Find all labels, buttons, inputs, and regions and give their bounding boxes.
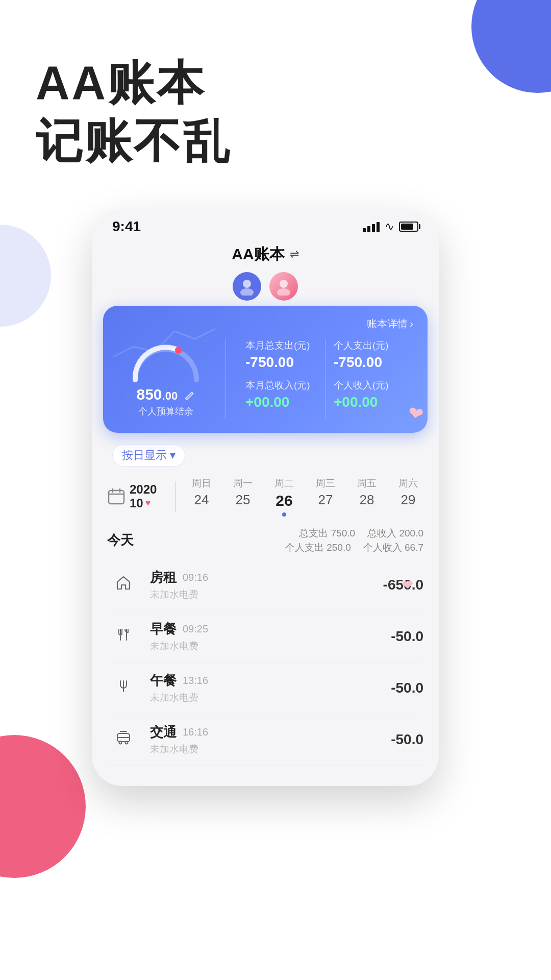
edit-icon[interactable] — [184, 390, 195, 401]
total-income-value: +00.00 — [245, 394, 317, 410]
svg-rect-5 — [109, 491, 124, 504]
transactions-list: 房租 09:16 未加水电费 -650.0 早餐 09:25 未加水电费 -50… — [107, 559, 423, 766]
txn-name-row: 房租 09:16 — [150, 569, 383, 586]
txn-icon-wrapper — [107, 672, 140, 704]
stats-card: 账本详情 › — [103, 306, 428, 433]
txn-category-icon — [115, 626, 132, 646]
gauge-section: 850.00 个人预算结余 — [117, 339, 214, 418]
personal-income-stat: 个人收入 66.7 — [363, 541, 423, 554]
gauge-label: 个人预算结余 — [138, 405, 193, 418]
today-stats-row-1: 总支出 750.0 总收入 200.0 — [299, 527, 423, 540]
svg-point-16 — [126, 742, 128, 744]
txn-time: 09:16 — [183, 572, 208, 583]
week-day-28[interactable]: 周五28 — [352, 477, 382, 517]
detail-link[interactable]: 账本详情 › — [117, 317, 413, 331]
txn-name-row: 早餐 09:25 — [150, 620, 391, 638]
stats-col-right: 个人支出(元) -750.00 个人收入(元) +00.00 — [325, 339, 413, 419]
total-expense-item: 本月总支出(元) -750.00 — [245, 339, 317, 371]
today-stats: 总支出 750.0 总收入 200.0 个人支出 250.0 个人收入 66.7 — [285, 527, 423, 554]
txn-name: 交通 — [150, 723, 177, 741]
transaction-item[interactable]: 午餐 13:16 未加水电费 -50.0 — [107, 663, 423, 714]
svg-point-15 — [119, 742, 122, 744]
bg-circle-bottom-left — [0, 735, 86, 878]
txn-icon-wrapper — [107, 723, 140, 756]
txn-name-row: 交通 16:16 — [150, 723, 391, 741]
total-income-stat: 总收入 200.0 — [367, 527, 423, 540]
transaction-item[interactable]: 房租 09:16 未加水电费 -650.0 — [107, 559, 423, 611]
avatar-2[interactable] — [269, 272, 298, 301]
transaction-item[interactable]: 交通 16:16 未加水电费 -50.0 — [107, 714, 423, 766]
total-income-item: 本月总收入(元) +00.00 — [245, 379, 317, 410]
personal-income-label: 个人收入(元) — [334, 379, 405, 392]
day-toggle-label: 按日显示 — [122, 448, 167, 463]
stats-col-left: 本月总支出(元) -750.00 本月总收入(元) +00.00 — [237, 339, 325, 419]
txn-time: 09:25 — [183, 623, 208, 635]
signal-icon — [363, 221, 380, 232]
day-toggle-button[interactable]: 按日显示 ▾ — [112, 444, 185, 467]
txn-category-icon — [115, 678, 132, 698]
txn-sub: 未加水电费 — [150, 588, 383, 601]
avatar-2-icon — [274, 277, 293, 296]
txn-details: 房租 09:16 未加水电费 — [150, 569, 383, 601]
total-expense-stat: 总支出 750.0 — [299, 527, 355, 540]
txn-amount: -50.0 — [391, 731, 423, 748]
active-dot — [282, 512, 286, 517]
txn-amount: -50.0 — [391, 628, 423, 645]
phone-mockup-wrapper: 9:41 ∿ AA账本 ⇌ — [92, 209, 510, 786]
txn-sub: 未加水电费 — [150, 691, 391, 704]
bg-circle-left-mid — [0, 225, 51, 327]
txn-details: 交通 16:16 未加水电费 — [150, 723, 391, 756]
app-header: AA账本 ⇌ — [92, 239, 439, 272]
txn-name-row: 午餐 13:16 — [150, 672, 391, 690]
week-day-24[interactable]: 周日24 — [186, 477, 217, 517]
personal-income-item: 个人收入(元) +00.00 — [334, 379, 405, 410]
week-day-29[interactable]: 周六29 — [393, 477, 423, 517]
gauge-value: 850.00 — [137, 386, 195, 403]
week-day-25[interactable]: 周一25 — [228, 477, 258, 517]
stats-content: 850.00 个人预算结余 本月总支出(元) -750.00 — [117, 339, 413, 419]
status-icons: ∿ — [363, 220, 418, 233]
svg-point-4 — [175, 347, 182, 354]
txn-time: 16:16 — [183, 726, 208, 738]
hero-title-1: AA账本 — [36, 56, 520, 110]
calendar-month: 10 — [130, 497, 143, 510]
txn-details: 早餐 09:25 未加水电费 — [150, 620, 391, 653]
txn-icon-wrapper — [107, 620, 140, 653]
week-days: 周日24周一25周二26周三27周五28周六29 — [186, 477, 423, 517]
wifi-icon: ∿ — [385, 220, 394, 233]
swap-icon[interactable]: ⇌ — [290, 248, 299, 261]
txn-amount: -50.0 — [391, 680, 423, 696]
week-day-26[interactable]: 周二26 — [269, 477, 299, 517]
personal-expense-label: 个人支出(元) — [334, 339, 405, 352]
svg-point-1 — [240, 288, 254, 296]
avatar-1-icon — [238, 277, 256, 296]
calendar-icon[interactable] — [107, 487, 126, 506]
stats-divider-1 — [226, 339, 226, 419]
calendar-year: 2020 — [130, 483, 157, 496]
svg-point-0 — [243, 280, 251, 288]
calendar-month-row: 10 ♥ — [130, 497, 157, 510]
txn-sub: 未加水电费 — [150, 743, 391, 756]
today-label: 今天 — [107, 531, 134, 549]
total-income-label: 本月总收入(元) — [245, 379, 317, 392]
transaction-item[interactable]: 早餐 09:25 未加水电费 -50.0 — [107, 611, 423, 663]
avatar-1[interactable] — [233, 272, 261, 301]
txn-details: 午餐 13:16 未加水电费 — [150, 672, 391, 704]
calendar-icon-wrapper: 2020 10 ♥ — [107, 483, 157, 510]
svg-point-3 — [277, 288, 290, 296]
txn-sub: 未加水电费 — [150, 640, 391, 653]
status-time: 9:41 — [112, 218, 141, 235]
day-toggle-row: 按日显示 ▾ — [112, 444, 418, 467]
week-day-27[interactable]: 周三27 — [310, 477, 341, 517]
personal-income-value: +00.00 — [334, 394, 405, 410]
battery-icon — [399, 222, 418, 232]
calendar-section: 2020 10 ♥ 周日24周一25周二26周三27周五28周六29 — [92, 472, 439, 522]
txn-name: 房租 — [150, 569, 177, 586]
txn-category-icon — [115, 729, 132, 749]
hero-section: AA账本 记账不乱 — [0, 0, 551, 189]
txn-icon-wrapper — [107, 569, 140, 601]
personal-expense-value: -750.00 — [334, 354, 405, 371]
today-header: 今天 总支出 750.0 总收入 200.0 个人支出 250.0 个人收入 6… — [107, 527, 423, 554]
avatar-row — [92, 272, 439, 306]
phone-mockup: 9:41 ∿ AA账本 ⇌ — [92, 209, 439, 786]
